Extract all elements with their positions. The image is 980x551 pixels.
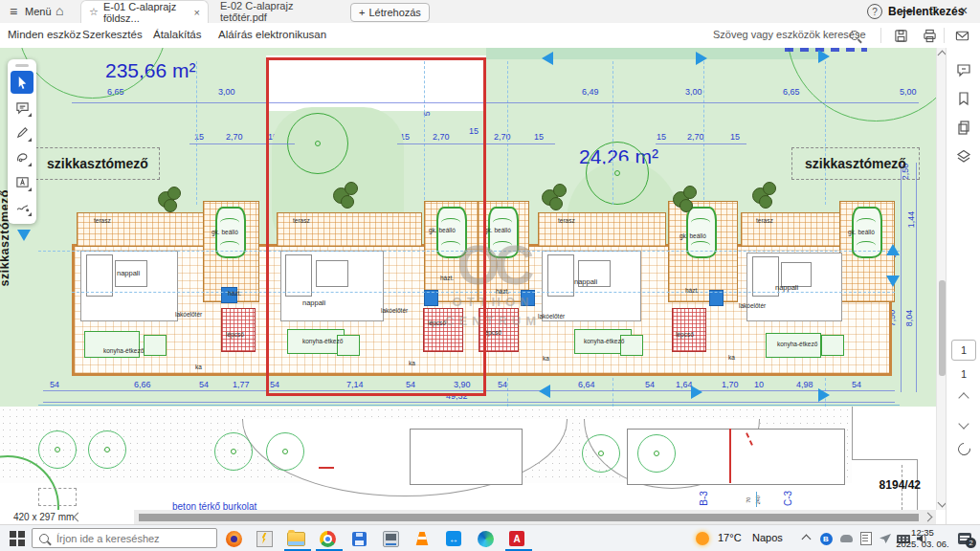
weather-temp[interactable]: 17°C xyxy=(718,532,742,543)
search-tools-label[interactable]: Szöveg vagy eszközök keresése xyxy=(713,29,866,40)
notification-center-icon[interactable]: 2 xyxy=(955,529,974,548)
text-box-tool[interactable] xyxy=(11,170,33,193)
cloud-tray-icon[interactable] xyxy=(836,529,856,548)
page-number-value: 1 xyxy=(961,344,967,356)
minimize-window-icon[interactable]: — xyxy=(902,4,913,17)
tree-trunk-dot xyxy=(598,451,604,456)
star-icon[interactable]: ☆ xyxy=(89,6,99,18)
menu-button[interactable]: Menü xyxy=(25,6,52,17)
horizontal-scrollbar[interactable]: 420 x 297 mm xyxy=(0,510,936,524)
next-page-button[interactable] xyxy=(955,415,972,432)
weather-desc[interactable]: Napos xyxy=(752,532,783,543)
palette-drag-handle[interactable] xyxy=(15,64,29,67)
tab-active-document[interactable]: ☆ E-01 C-alaprajz földsz... × xyxy=(80,0,209,23)
taskbar-clock[interactable]: 12:35 2025. 03. 06. xyxy=(895,527,950,550)
plus-icon: + xyxy=(359,7,365,18)
vertical-scroll-thumb[interactable] xyxy=(939,280,946,376)
hamburger-menu-icon[interactable]: ≡ xyxy=(10,4,17,19)
dim-label: 15 xyxy=(657,133,666,142)
signature-tool[interactable] xyxy=(11,195,33,218)
send-tray-icon[interactable] xyxy=(876,529,895,548)
file-explorer-icon[interactable] xyxy=(286,529,305,548)
room-label: terasz xyxy=(558,218,575,225)
home-icon[interactable]: ⌂ xyxy=(56,3,63,18)
dim-label: 2,70 xyxy=(226,133,243,142)
tab-label: E-01 C-alaprajz földsz... xyxy=(103,1,189,24)
tab-inactive-document[interactable]: E-02 C-alaprajz tetőtér.pdf xyxy=(212,0,339,23)
layers-icon xyxy=(956,148,971,164)
edge-icon[interactable] xyxy=(476,529,495,548)
mail-icon[interactable] xyxy=(955,29,969,43)
menu-item-edit[interactable]: Szerkesztés xyxy=(82,29,143,40)
guide-line xyxy=(703,61,704,205)
save-icon[interactable] xyxy=(894,29,908,43)
lasso-tool[interactable] xyxy=(11,145,33,168)
maximize-window-icon[interactable]: □ xyxy=(930,3,937,16)
floppy-app-icon[interactable] xyxy=(349,529,368,548)
menu-item-esign[interactable]: Aláírás elektronikusan xyxy=(218,29,326,40)
pencil-tool[interactable] xyxy=(11,121,33,143)
tray-expand-icon[interactable] xyxy=(796,529,815,548)
menu-item-convert[interactable]: Átalakítás xyxy=(153,29,202,40)
media-player-classic-icon[interactable] xyxy=(381,529,400,548)
parcel-number: 8194/42 xyxy=(815,478,921,492)
bookmarks-panel-button[interactable] xyxy=(955,90,972,107)
chrome-icon[interactable] xyxy=(318,529,337,548)
create-button[interactable]: + Létrehozás xyxy=(350,3,430,22)
tree-trunk-dot xyxy=(231,449,236,454)
scroll-right-icon[interactable] xyxy=(924,513,933,522)
divider xyxy=(880,28,881,43)
search-icon[interactable] xyxy=(850,31,859,40)
infiltration-field-label: szikkasztómező xyxy=(791,147,920,180)
acrobat-icon[interactable]: A xyxy=(507,529,526,548)
start-button[interactable] xyxy=(8,529,27,548)
print-icon[interactable] xyxy=(923,29,937,43)
comments-panel-button[interactable] xyxy=(955,61,972,78)
room-label: terasz xyxy=(756,218,773,225)
sofa xyxy=(86,254,113,297)
menu-item-all-tools[interactable]: Minden eszköz xyxy=(8,29,81,40)
axis-label: C-3 xyxy=(784,491,793,506)
room-label: terasz xyxy=(94,218,111,225)
weather-sun-icon[interactable] xyxy=(693,529,712,548)
room-label: gk. beálló xyxy=(679,233,706,240)
tree-icon xyxy=(679,199,693,212)
marker-triangle xyxy=(542,52,553,65)
room-label: házt. xyxy=(228,291,241,298)
axis-label: B-3 xyxy=(700,491,709,506)
taskbar-search[interactable] xyxy=(32,528,217,548)
comment-icon xyxy=(15,100,30,115)
previous-page-button[interactable] xyxy=(955,389,972,407)
room-label: nappali xyxy=(117,270,140,277)
dim-label: 1,77 xyxy=(233,381,250,389)
winamp-icon[interactable] xyxy=(255,529,274,548)
close-tab-icon[interactable]: × xyxy=(194,7,200,18)
search-icon xyxy=(39,534,49,543)
vlc-icon[interactable] xyxy=(412,529,432,548)
bluetooth-icon[interactable]: B xyxy=(816,529,835,548)
room-label: konyha-étkező xyxy=(777,342,817,348)
sign-in-button[interactable]: Bejelentkezés xyxy=(888,5,964,18)
horizontal-scroll-thumb[interactable] xyxy=(139,514,919,521)
firefox-icon[interactable] xyxy=(224,529,243,548)
page-total-value: 1 xyxy=(961,368,967,380)
select-tool[interactable] xyxy=(11,71,33,94)
dining-table xyxy=(144,335,167,356)
pages-panel-button[interactable] xyxy=(955,119,972,136)
quick-tools-palette xyxy=(8,59,36,224)
rotate-page-button[interactable] xyxy=(955,440,972,457)
teamviewer-icon[interactable]: ↔ xyxy=(444,529,463,548)
page-number-input[interactable]: 1 xyxy=(951,340,976,361)
document-tray-icon[interactable] xyxy=(857,529,876,548)
layers-panel-button[interactable] xyxy=(955,147,972,165)
comment-tool[interactable] xyxy=(11,96,33,119)
page-size-label: 420 x 297 mm xyxy=(13,512,74,522)
dim-label: 54 xyxy=(852,381,861,389)
room-label: konyha-étkező xyxy=(103,348,144,355)
help-icon[interactable]: ? xyxy=(867,4,882,19)
tick xyxy=(756,492,757,507)
close-window-icon[interactable]: × xyxy=(960,3,968,18)
highlight-annotation-rectangle[interactable] xyxy=(266,57,486,396)
dim-label: 54 xyxy=(498,381,507,389)
taskbar-search-input[interactable] xyxy=(55,532,202,545)
